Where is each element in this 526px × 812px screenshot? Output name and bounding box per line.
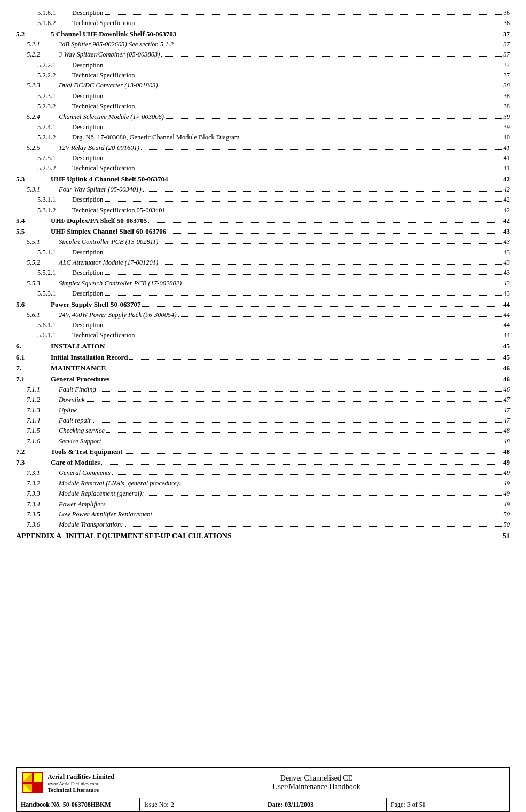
toc-dots [78, 412, 501, 412]
toc-left: 6.1 Initial Installation Record [16, 352, 128, 363]
toc-num: 7.3.6 [27, 520, 59, 530]
toc-entry: 7.3.6 Module Transportation: 50 [16, 520, 510, 530]
toc-dots [167, 212, 502, 212]
toc-page: 48 [504, 426, 511, 436]
toc-num: 5.5.3.1 [37, 289, 72, 299]
toc-dots [178, 36, 501, 36]
toc-left: 5.2.4.2 Drg. Nō. 17-003080, Generic Chan… [37, 132, 240, 142]
toc-label: Low Power Amplifier Replacement [59, 510, 152, 520]
spacer [16, 544, 510, 704]
toc-num: APPENDIX A [16, 530, 61, 542]
toc-left: 7.1.2 Downlink [27, 395, 85, 405]
toc-entry: 5.5.2 ALC Attenuator Module (17-001201) … [16, 258, 510, 268]
toc-label: 5 Channel UHF Downlink Shelf 50-063703 [51, 29, 176, 39]
toc-page: 43 [504, 237, 511, 247]
toc-dots [160, 264, 501, 265]
toc-label: MAINTENANCE [51, 363, 106, 374]
footer-handbook: Handbook Nō.-50-063708HBKM [17, 798, 140, 811]
toc-entry: 5.2.2 3 Way Splitter/Combiner (05-003803… [16, 50, 510, 60]
toc-dots [105, 67, 501, 67]
toc-num: 5.2.3.2 [37, 101, 72, 112]
toc-num: 7.3.3 [27, 489, 59, 499]
toc-page: 44 [504, 330, 511, 340]
toc-num: 5.5.3 [27, 278, 59, 289]
toc-entry: 5.2.2.1 Description 37 [16, 60, 510, 70]
toc-entry: 7.1.5 Checking service 48 [16, 426, 510, 436]
toc-num: 5.2.2.2 [37, 70, 72, 81]
toc-dots [98, 391, 502, 392]
toc-entry: 5.2.3.1 Description 38 [16, 91, 510, 101]
toc-label: Fault Finding [59, 385, 96, 395]
toc-entry: 5.2.5.1 Description 41 [16, 153, 510, 163]
toc-label: Technical Specification 05-003401 [72, 205, 166, 216]
logo-text-block: Aerial Facilities Limited www.AerialFaci… [48, 773, 114, 793]
toc-num: 5.2.4 [27, 112, 59, 122]
toc-page: 44 [504, 320, 511, 330]
toc-entry: 7.2 Tools & Test Equipment 48 [16, 447, 510, 457]
toc-label: Care of Modules [51, 457, 100, 468]
footer: Aerial Facilities Limited www.AerialFaci… [0, 767, 526, 812]
toc-entry: 7.1.1 Fault Finding 46 [16, 385, 510, 395]
svg-rect-4 [34, 784, 42, 792]
toc-num: 5.3.1.1 [37, 195, 72, 205]
toc-entry: 7. MAINTENANCE 46 [16, 363, 510, 374]
toc-label: Technical Specification [72, 101, 135, 112]
toc-page: 38 [504, 81, 511, 91]
toc-dots [105, 14, 501, 15]
toc-page: 44 [504, 310, 511, 320]
toc-dots [148, 222, 501, 223]
toc-dots [161, 56, 501, 57]
toc-label: Description [72, 122, 103, 132]
toc-label: Description [72, 268, 103, 278]
footer-date: Date:-03/11/2003 [263, 798, 387, 811]
toc-num: 7.1.3 [27, 405, 59, 416]
toc-entry: 5.5.1 Simplex Controller PCB (13-002811)… [16, 237, 510, 247]
toc-dots [154, 516, 501, 516]
toc-left: 5.2.3 Dual DC/DC Converter (13-001803) [27, 81, 158, 91]
toc-dots [101, 464, 501, 465]
toc-page: 37 [504, 39, 511, 50]
toc-page: 42 [503, 216, 510, 226]
toc-entry: 5.5.3 Simplex Squelch Controller PCB (17… [16, 278, 510, 289]
toc-left: 5.2.3.1 Description [37, 91, 103, 101]
toc-page: 49 [503, 457, 510, 468]
toc-label: Technical Specification [72, 330, 135, 340]
toc-page: 39 [504, 112, 511, 122]
toc-label: Description [72, 60, 103, 70]
toc-label: 3 Way Splitter/Combiner (05-003803) [59, 50, 160, 60]
toc-label: 12V Relay Board (20-001601) [59, 143, 139, 153]
toc-left: 5.6 Power Supply Shelf 50-063707 [16, 299, 140, 310]
toc-left: 5.1.6.2 Technical Specification [37, 18, 135, 28]
toc-left: 5.2.5 12V Relay Board (20-001601) [27, 143, 139, 153]
toc-dots [183, 285, 501, 285]
toc-page: 43 [504, 289, 511, 299]
table-of-contents: 5.1.6.1 Description 36 5.1.6.2 Technical… [16, 5, 510, 544]
toc-page: 43 [504, 258, 511, 268]
footer-title: Denver Channelised CE User/Maintenance H… [272, 774, 360, 791]
toc-left: 7.3.4 Power Amplifiers [27, 499, 106, 510]
toc-page: 36 [504, 18, 511, 28]
toc-num: 5.5 [16, 226, 51, 237]
toc-entry: 5.2.5.2 Technical Specification 41 [16, 163, 510, 173]
toc-dots [183, 485, 501, 485]
toc-label: Four Way Splitter (05-003401) [59, 185, 142, 195]
toc-entry: APPENDIX A INITIAL EQUIPMENT SET-UP CALC… [16, 530, 510, 542]
toc-left: 5.2.3.2 Technical Specification [37, 101, 135, 112]
toc-num: 5.4 [16, 216, 51, 226]
toc-page: 45 [503, 341, 511, 352]
toc-entry: 7.3.5 Low Power Amplifier Replacement 50 [16, 510, 510, 520]
toc-num: 7.3 [16, 457, 51, 468]
toc-dots [136, 77, 501, 77]
toc-label: Simplex Controller PCB (13-002811) [59, 237, 158, 247]
toc-left: 5.2.2.2 Technical Specification [37, 70, 135, 81]
toc-left: 5.4 UHF Duplex/PA Shelf 50-063705 [16, 216, 147, 226]
toc-dots [129, 359, 501, 360]
toc-entry: 5.2.4.1 Description 39 [16, 122, 510, 132]
toc-page: 41 [504, 163, 511, 173]
toc-label: Technical Specification [72, 70, 135, 81]
toc-left: 6. INSTALLATION [16, 341, 105, 352]
toc-page: 42 [504, 195, 511, 205]
toc-dots [136, 337, 501, 337]
toc-dots [160, 243, 501, 244]
toc-label: UHF Duplex/PA Shelf 50-063705 [51, 216, 147, 226]
